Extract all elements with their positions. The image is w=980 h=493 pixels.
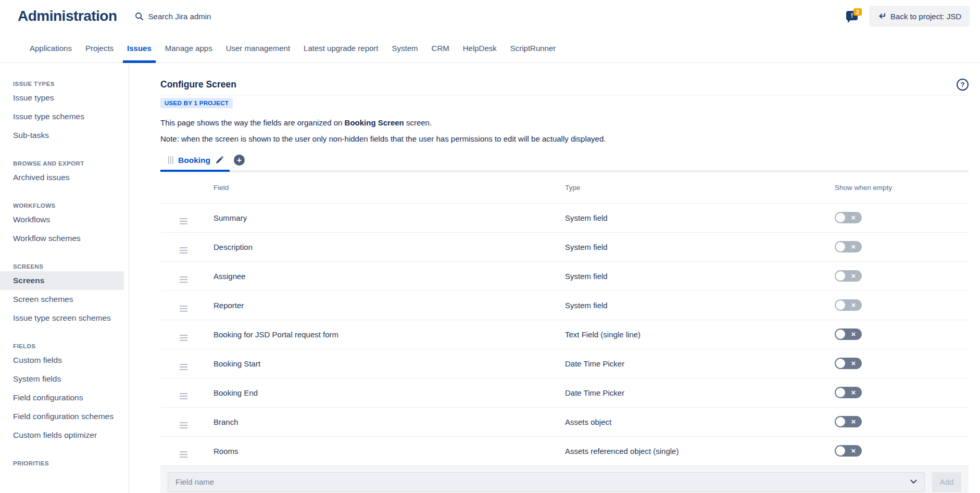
field-name-cell: Summary [213,213,565,222]
tab-label: Booking [178,156,210,165]
field-type-cell: Assets object [565,418,835,426]
search-icon [135,12,144,21]
nav-tab-crm[interactable]: CRM [425,44,456,63]
toggle-x-icon: × [845,242,862,252]
sidebar-section-issue-types: ISSUE TYPES Issue typesIssue type scheme… [0,81,129,145]
nav-tab-issues[interactable]: Issues [120,44,158,63]
nav-tab-system[interactable]: System [385,44,425,63]
nav-tab-projects[interactable]: Projects [79,44,120,63]
show-when-empty-toggle[interactable]: × [835,241,862,252]
sidebar-item-sub-tasks[interactable]: Sub-tasks [0,126,129,145]
notifications-button[interactable]: ! 2 [846,8,862,24]
edit-tab-icon[interactable] [215,156,223,165]
toggle-x-icon: × [845,300,862,310]
toggle-x-icon: × [845,387,862,398]
field-table: Field Type Show when empty Summary Syste… [160,172,969,493]
row-drag-handle-icon[interactable] [180,306,187,312]
show-when-empty-toggle[interactable]: × [835,328,862,340]
show-when-empty-toggle[interactable]: × [835,299,862,311]
back-button-label: Back to project: JSD [890,12,961,21]
main-content: Configure Screen ? USED BY 1 PROJECT Thi… [129,63,980,493]
nav-tab-applications[interactable]: Applications [23,44,79,63]
sidebar-section-title: SCREENS [0,263,129,270]
toggle-x-icon: × [845,329,862,339]
field-name-cell: Description [213,243,565,251]
tab-drag-handle-icon[interactable] [168,156,173,164]
field-row-rooms: Rooms Assets referenced object (single) … [160,436,969,465]
sidebar-section-priorities: PRIORITIES [0,460,129,466]
show-when-empty-toggle[interactable]: × [835,270,862,282]
nav-tab-helpdesk[interactable]: HelpDesk [456,44,504,63]
field-name-cell: Assignee [213,272,565,281]
field-name-cell: Booking End [213,388,565,397]
nav-tab-manage-apps[interactable]: Manage apps [158,44,219,63]
field-select-placeholder: Field name [175,477,910,486]
row-drag-handle-icon[interactable] [180,247,187,254]
show-when-empty-toggle[interactable]: × [835,358,862,369]
show-when-empty-toggle[interactable]: × [835,445,862,457]
sidebar-item-custom-fields[interactable]: Custom fields [0,351,129,370]
row-drag-handle-icon[interactable] [180,276,187,283]
sidebar-item-archived-issues[interactable]: Archived issues [0,168,129,187]
field-row-booking-end: Booking End Date Time Picker × [160,378,969,407]
jira-admin-app: Administration ! 2 Back to project: JSD … [0,0,980,493]
sidebar-item-field-configuration-schemes[interactable]: Field configuration schemes [0,407,129,426]
field-name-cell: Booking Start [213,359,565,368]
field-row-branch: Branch Assets object × [160,407,969,436]
sidebar-item-field-configurations[interactable]: Field configurations [0,388,129,407]
row-drag-handle-icon[interactable] [180,393,187,399]
column-header-type: Type [565,184,835,192]
toggle-knob [836,417,845,426]
toggle-x-icon: × [845,416,862,427]
help-icon[interactable]: ? [957,79,969,91]
row-drag-handle-icon[interactable] [180,422,187,428]
row-drag-handle-icon[interactable] [180,335,187,341]
page-title: Configure Screen [160,79,236,90]
field-type-cell: System field [565,243,835,251]
field-name-cell: Branch [213,418,565,426]
column-header-show-when-empty: Show when empty [835,184,969,192]
sidebar-item-custom-fields-optimizer[interactable]: Custom fields optimizer [0,426,129,445]
row-drag-handle-icon[interactable] [180,218,187,224]
add-field-button[interactable]: Add [932,472,961,492]
sidebar-item-screens[interactable]: Screens [0,271,124,290]
toggle-knob [836,242,845,251]
nav-tab-user-management[interactable]: User management [219,44,297,63]
sidebar-item-workflow-schemes[interactable]: Workflow schemes [0,229,129,248]
field-row-description: Description System field × [160,232,969,261]
used-by-badge: USED BY 1 PROJECT [160,98,233,108]
field-type-cell: Date Time Picker [565,359,835,368]
field-row-summary: Summary System field × [160,204,969,232]
notification-count-badge: 2 [853,8,862,16]
sidebar: ISSUE TYPES Issue typesIssue type scheme… [0,63,129,493]
field-name-select[interactable]: Field name [168,472,925,492]
sidebar-item-issue-type-schemes[interactable]: Issue type schemes [0,107,129,126]
toggle-x-icon: × [845,446,862,456]
show-when-empty-toggle[interactable]: × [835,212,862,223]
sidebar-item-workflows[interactable]: Workflows [0,210,129,229]
toggle-knob [836,300,845,310]
add-tab-button[interactable]: + [234,155,245,166]
top-right-actions: ! 2 Back to project: JSD [846,6,970,27]
nav-tab-latest-upgrade-report[interactable]: Latest upgrade report [297,44,385,63]
toggle-knob [836,330,845,339]
sidebar-section-title: FIELDS [0,343,129,349]
sidebar-item-issue-types[interactable]: Issue types [0,89,129,107]
row-drag-handle-icon[interactable] [180,364,187,370]
intro-text: This page shows the way the fields are o… [160,118,969,127]
screen-tabs: Booking + [160,155,969,172]
sidebar-item-issue-type-screen-schemes[interactable]: Issue type screen schemes [0,309,129,327]
sidebar-item-system-fields[interactable]: System fields [0,370,129,388]
row-drag-handle-icon[interactable] [180,451,187,458]
back-to-project-button[interactable]: Back to project: JSD [869,6,970,27]
page-header: Configure Screen ? [160,79,969,95]
tab-booking[interactable]: Booking [168,156,223,165]
search-input[interactable] [147,11,254,21]
show-when-empty-toggle[interactable]: × [835,387,862,398]
note-text: Note: when the screen is shown to the us… [160,134,969,143]
show-when-empty-toggle[interactable]: × [835,416,862,427]
sidebar-section-browse-and-export: BROWSE AND EXPORT Archived issues [0,160,129,187]
sidebar-item-screen-schemes[interactable]: Screen schemes [0,290,129,309]
nav-tab-scriptrunner[interactable]: ScriptRunner [504,44,563,63]
admin-search[interactable] [135,11,254,21]
